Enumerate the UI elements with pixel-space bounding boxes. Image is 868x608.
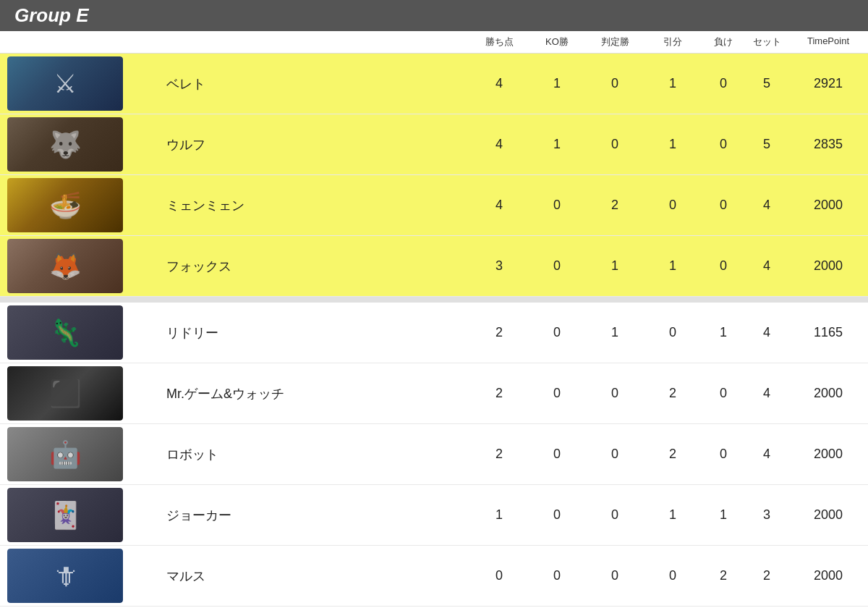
cell-timepoint: 2000: [788, 258, 868, 274]
cell-make: 0: [702, 447, 745, 462]
cell-hiki: 2: [644, 386, 702, 401]
char-image-container: ⚔: [7, 56, 123, 111]
char-name: Mr.ゲーム&ウォッチ: [159, 385, 470, 402]
char-icon: 🗡: [7, 549, 123, 603]
cell-make: 0: [702, 198, 745, 213]
cell-hiki: 1: [644, 137, 702, 152]
char-image: ⬛: [7, 366, 123, 421]
cell-ko: 0: [528, 325, 586, 340]
cell-set: 4: [745, 447, 788, 462]
cell-set: 3: [745, 507, 788, 523]
cell-make: 1: [702, 325, 745, 340]
cell-hantei: 0: [586, 507, 644, 523]
char-image: ⚔: [7, 56, 123, 111]
cell-ko: 0: [528, 568, 586, 583]
char-image-container: 🗡: [7, 549, 123, 603]
char-image-container: 🃏: [7, 488, 123, 542]
cell-set: 5: [745, 137, 788, 152]
char-image: 🤖: [7, 427, 123, 481]
char-image: 🃏: [7, 488, 123, 542]
cell-set: 4: [745, 325, 788, 340]
char-name: フォックス: [159, 258, 470, 275]
cell-kachi: 3: [470, 258, 528, 274]
cell-set: 5: [745, 76, 788, 91]
cell-timepoint: 2000: [788, 447, 868, 462]
cell-make: 0: [702, 137, 745, 152]
char-name: ミェンミェン: [159, 197, 470, 214]
cell-kachi: 2: [470, 447, 528, 462]
cell-timepoint: 2921: [788, 76, 868, 91]
cell-make: 0: [702, 258, 745, 274]
char-name: マルス: [159, 567, 470, 585]
cell-hiki: 2: [644, 447, 702, 462]
cell-make: 0: [702, 76, 745, 91]
table-row: 🦎 リドリー 2 0 1 0 1 4 1165: [0, 303, 868, 363]
char-icon: 🤖: [7, 427, 123, 481]
col-hantei: 判定勝: [586, 35, 644, 48]
table-row: 🃏 ジョーカー 1 0 0 1 1 3 2000: [0, 485, 868, 546]
char-image: 🍜: [7, 178, 123, 232]
cell-hantei: 2: [586, 198, 644, 213]
cell-kachi: 4: [470, 76, 528, 91]
cell-set: 4: [745, 258, 788, 274]
char-icon: 🦎: [7, 305, 123, 360]
char-image-container: 🐺: [7, 117, 123, 172]
char-icon: ⚔: [7, 56, 123, 111]
table-row: 🐺 ウルフ 4 1 0 1 0 5 2835: [0, 114, 868, 175]
group-header: Group E: [0, 0, 868, 31]
cell-ko: 1: [528, 76, 586, 91]
char-image: 🦎: [7, 305, 123, 360]
char-image-container: ⬛: [7, 366, 123, 421]
table-row: 🦊 フォックス 3 0 1 1 0 4 2000: [0, 236, 868, 297]
table-row: 🗡 マルス 0 0 0 0 2 2 2000: [0, 546, 868, 607]
cell-timepoint: 2000: [788, 568, 868, 583]
cell-make: 1: [702, 507, 745, 523]
cell-hantei: 1: [586, 258, 644, 274]
char-name: ジョーカー: [159, 507, 470, 524]
cell-kachi: 2: [470, 386, 528, 401]
char-image-container: 🦎: [7, 305, 123, 360]
cell-timepoint: 2000: [788, 198, 868, 213]
group-title: Group E: [14, 4, 89, 27]
cell-kachi: 4: [470, 137, 528, 152]
col-make: 負け: [702, 35, 745, 48]
col-ko: KO勝: [528, 35, 586, 48]
cell-ko: 1: [528, 137, 586, 152]
char-name: ベレト: [159, 75, 470, 93]
table-row: ⚔ ベレト 4 1 0 1 0 5 2921: [0, 54, 868, 114]
cell-make: 0: [702, 386, 745, 401]
standings-table: Group E 勝ち点 KO勝 判定勝 引分 負け セット TimePoint …: [0, 0, 868, 608]
cell-timepoint: 2835: [788, 137, 868, 152]
char-name: ウルフ: [159, 136, 470, 153]
cell-kachi: 4: [470, 198, 528, 213]
char-image: 🗡: [7, 549, 123, 603]
table-row: 🍜 ミェンミェン 4 0 2 0 0 4 2000: [0, 175, 868, 236]
char-image: 🦊: [7, 239, 123, 293]
char-icon: 🐺: [7, 117, 123, 172]
char-icon: 🦊: [7, 239, 123, 293]
char-image-container: 🍜: [7, 178, 123, 232]
char-image-container: 🦊: [7, 239, 123, 293]
cell-timepoint: 2000: [788, 507, 868, 523]
col-hiki: 引分: [644, 35, 702, 48]
col-set: セット: [745, 35, 788, 48]
cell-hiki: 1: [644, 507, 702, 523]
cell-set: 4: [745, 198, 788, 213]
cell-ko: 0: [528, 447, 586, 462]
table-row: ⬛ Mr.ゲーム&ウォッチ 2 0 0 2 0 4 2000: [0, 363, 868, 424]
cell-ko: 0: [528, 507, 586, 523]
cell-set: 4: [745, 386, 788, 401]
cell-hantei: 0: [586, 137, 644, 152]
cell-make: 2: [702, 568, 745, 583]
cell-kachi: 2: [470, 325, 528, 340]
char-name: ロボット: [159, 446, 470, 463]
cell-set: 2: [745, 568, 788, 583]
spacer-col: [0, 35, 470, 48]
section-separator: [0, 297, 868, 303]
cell-hiki: 0: [644, 198, 702, 213]
cell-timepoint: 1165: [788, 325, 868, 340]
char-icon: ⬛: [7, 366, 123, 421]
column-headers: 勝ち点 KO勝 判定勝 引分 負け セット TimePoint: [0, 31, 868, 54]
char-image: 🐺: [7, 117, 123, 172]
cell-ko: 0: [528, 258, 586, 274]
